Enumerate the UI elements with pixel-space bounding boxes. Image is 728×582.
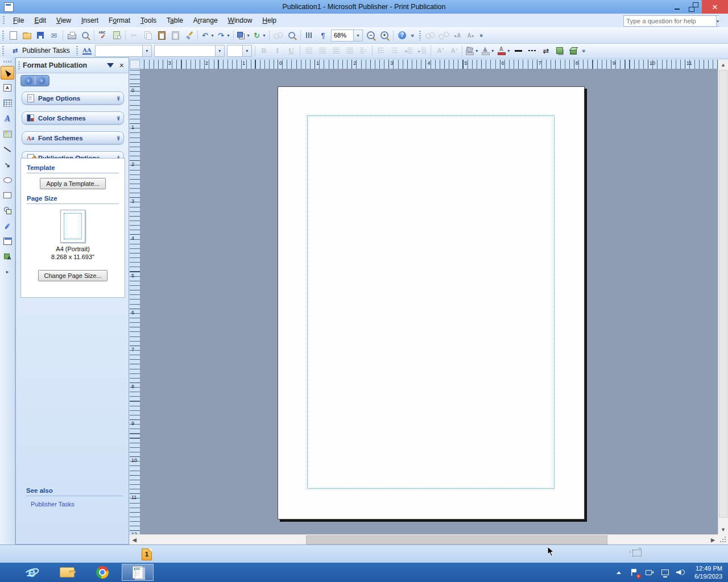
menu-view[interactable]: View xyxy=(51,15,76,26)
bring-to-front-button[interactable]: ▾ xyxy=(235,29,251,41)
chevron-down-icon[interactable]: ▾ xyxy=(215,45,224,56)
chevron-down-icon[interactable]: ▾ xyxy=(262,33,267,38)
menu-insert[interactable]: Insert xyxy=(76,15,104,26)
tray-show-hidden-icons-button[interactable] xyxy=(614,568,623,577)
fill-color-button[interactable]: ▾ xyxy=(464,44,480,57)
rectangle-button[interactable] xyxy=(1,189,14,202)
toolbar-options-button[interactable] xyxy=(580,44,588,57)
chevron-down-icon[interactable]: ▾ xyxy=(716,16,719,26)
chevron-down-icon[interactable]: ▾ xyxy=(246,33,251,38)
print-preview-button[interactable] xyxy=(78,29,92,41)
shadow-style-button[interactable] xyxy=(553,44,566,57)
toolbox-expand-button[interactable] xyxy=(1,268,14,276)
scroll-down-icon[interactable]: ▼ xyxy=(718,525,728,534)
menu-arrange[interactable]: Arrange xyxy=(188,15,223,26)
restore-button[interactable] xyxy=(685,0,702,14)
horizontal-scroll-thumb[interactable] xyxy=(306,535,607,544)
resize-grip[interactable] xyxy=(718,534,728,544)
chevron-down-icon[interactable]: ▾ xyxy=(490,48,495,53)
insert-hyperlink-button[interactable] xyxy=(271,29,285,41)
select-objects-button[interactable] xyxy=(1,66,14,80)
copy-button[interactable] xyxy=(141,29,155,41)
chevron-down-icon[interactable]: ▾ xyxy=(506,48,511,53)
toolbar-drag-handle[interactable] xyxy=(419,31,421,40)
taskpane-menu-arrow-icon[interactable] xyxy=(107,63,114,68)
italic-button[interactable]: I xyxy=(271,44,284,57)
cut-button[interactable]: ✂ xyxy=(127,29,141,41)
publisher-tasks-link[interactable]: Publisher Tasks xyxy=(31,501,124,508)
align-center-button[interactable] xyxy=(316,44,329,57)
section-color-schemes[interactable]: Color Schemes xyxy=(22,111,124,124)
style-combo[interactable]: ▾ xyxy=(95,45,152,57)
toolbar-drag-handle[interactable] xyxy=(2,46,4,56)
spelling-button[interactable] xyxy=(96,29,110,41)
toolbar-options-button[interactable] xyxy=(478,29,486,41)
next-text-box-button[interactable] xyxy=(464,29,478,41)
open-button[interactable] xyxy=(20,29,34,41)
increase-indent-button[interactable] xyxy=(415,44,429,57)
print-button[interactable] xyxy=(65,29,78,41)
menu-edit[interactable]: Edit xyxy=(29,15,51,26)
zoom-in-button[interactable] xyxy=(378,29,391,41)
dash-style-button[interactable] xyxy=(526,44,539,57)
zoom-combo[interactable]: 68%▾ xyxy=(331,30,363,41)
vertical-ruler[interactable]: 0123456789101112 xyxy=(130,69,140,534)
section-font-schemes[interactable]: Font Schemes xyxy=(22,131,124,144)
bookmark-button[interactable] xyxy=(1,219,14,233)
arrow-button[interactable] xyxy=(1,158,14,172)
taskbar-internet-explorer-button[interactable] xyxy=(16,564,48,581)
toolbox-drag-handle[interactable] xyxy=(3,61,11,63)
taskbar-publisher-button[interactable] xyxy=(122,564,154,581)
chevron-down-icon[interactable] xyxy=(117,97,120,100)
align-right-button[interactable] xyxy=(329,44,343,57)
chevron-down-icon[interactable]: ▾ xyxy=(226,33,231,38)
toolbar-drag-handle[interactable] xyxy=(2,31,4,40)
research-button[interactable] xyxy=(110,29,123,41)
paste-button[interactable] xyxy=(155,29,168,41)
chevron-down-icon[interactable]: ▾ xyxy=(353,30,362,41)
justify-button[interactable] xyxy=(343,44,357,57)
insert-table-button[interactable] xyxy=(1,97,14,110)
taskpane-close-icon[interactable]: × xyxy=(119,61,124,69)
tray-network-button[interactable] xyxy=(660,568,669,577)
vertical-scrollbar[interactable]: ▲ ▼ xyxy=(718,60,728,534)
menu-tools[interactable]: Tools xyxy=(135,15,162,26)
decrease-indent-button[interactable] xyxy=(402,44,415,57)
chevron-down-icon[interactable]: ▾ xyxy=(474,48,479,53)
horizontal-ruler[interactable]: 32101234567891011 xyxy=(140,60,718,69)
free-rotate-button[interactable]: ↻▾ xyxy=(251,29,267,41)
horizontal-scrollbar[interactable]: ◀ ▶ xyxy=(130,534,718,544)
line-button[interactable] xyxy=(1,143,14,156)
increase-font-size-button[interactable] xyxy=(446,44,460,57)
styles-button[interactable] xyxy=(80,44,94,57)
section-page-options[interactable]: Page Options xyxy=(22,92,124,105)
taskbar-chrome-button[interactable] xyxy=(86,564,118,581)
publication-canvas[interactable] xyxy=(140,69,718,534)
toolbar-options-button[interactable] xyxy=(409,29,417,41)
item-from-content-library-button[interactable] xyxy=(1,250,14,264)
insert-wordart-button[interactable] xyxy=(1,112,14,126)
menu-file[interactable]: File xyxy=(8,15,29,26)
minimize-button[interactable] xyxy=(669,0,685,14)
page-sorter-page-1[interactable]: 1 xyxy=(142,548,152,560)
chevron-down-icon[interactable]: ▾ xyxy=(242,45,251,56)
break-forward-link-button[interactable] xyxy=(437,29,450,41)
undo-button[interactable]: ↶▾ xyxy=(200,29,216,41)
columns-button[interactable] xyxy=(303,29,316,41)
help-button[interactable] xyxy=(395,29,409,41)
oval-button[interactable] xyxy=(1,173,14,187)
taskpane-drag-handle[interactable] xyxy=(18,61,20,70)
scroll-left-icon[interactable]: ◀ xyxy=(130,535,139,544)
format-painter-button[interactable] xyxy=(182,29,196,41)
vertical-scroll-thumb[interactable] xyxy=(719,70,727,518)
bold-button[interactable]: B xyxy=(257,44,271,57)
zoom-out-button[interactable] xyxy=(364,29,378,41)
font-size-combo[interactable]: ▾ xyxy=(227,45,252,57)
underline-button[interactable]: U xyxy=(284,44,298,57)
text-box-button[interactable] xyxy=(1,81,14,95)
line-spacing-button[interactable] xyxy=(357,44,370,57)
menu-drag-handle[interactable] xyxy=(3,16,5,25)
line-border-style-button[interactable] xyxy=(512,44,526,57)
font-combo[interactable]: ▾ xyxy=(154,45,225,57)
taskbar-file-explorer-button[interactable] xyxy=(51,564,83,581)
